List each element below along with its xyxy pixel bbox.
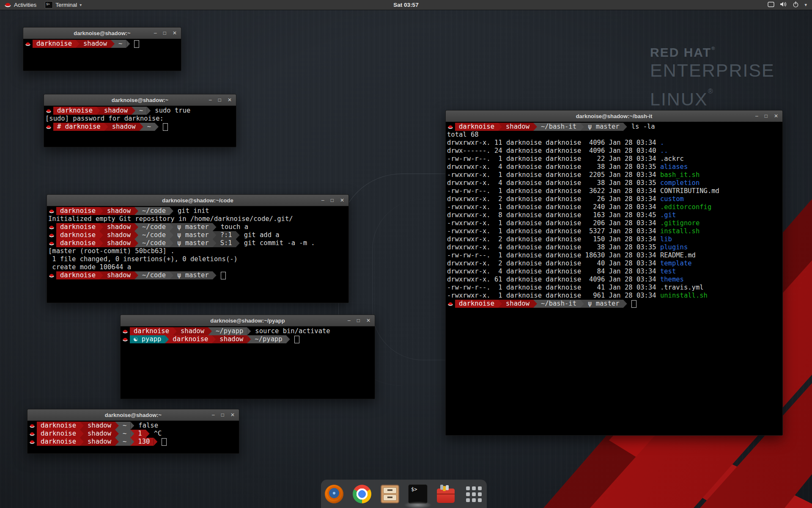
prompt-segment-host: shadow (103, 231, 134, 239)
powerline-separator (170, 239, 173, 247)
terminal-line: -rwxrwxr-x. 1 darknoise darknoise 961 Ja… (446, 292, 782, 300)
maximize-button[interactable]: □ (331, 198, 334, 203)
prompt-segment-host: shadow (80, 40, 111, 48)
prompt-segment-user: darknoise (37, 422, 80, 430)
minimize-button[interactable]: – (212, 412, 215, 417)
ls-row-meta: -rwxrwxr-x. 1 darknoise darknoise 206 Ja… (446, 219, 660, 227)
terminal-window-sudo[interactable]: darknoise@shadow:~–□✕darknoiseshadow~sud… (44, 94, 236, 147)
output-text: Initialized empty Git repository in /hom… (47, 215, 293, 223)
power-icon[interactable] (793, 1, 799, 9)
close-button[interactable]: ✕ (774, 113, 778, 119)
terminal-window-pyapp[interactable]: darknoise@shadow:~/pyapp–□✕darknoiseshad… (120, 315, 375, 399)
window-titlebar[interactable]: darknoise@shadow:~/bash-it–□✕ (446, 110, 782, 122)
terminal-window-exit-codes[interactable]: darknoise@shadow:~–□✕darknoiseshadow~fal… (27, 409, 239, 454)
terminal-content[interactable]: darknoiseshadow~sudo true[sudo] password… (44, 106, 236, 147)
terminal-window-home-1[interactable]: darknoise@shadow:~–□✕darknoiseshadow~ (23, 27, 181, 71)
ls-row-meta: drwxrwxr-x. 4 darknoise darknoise 38 Jan… (446, 179, 660, 187)
minimize-button[interactable]: – (154, 30, 157, 36)
prompt-segment-path: ~/bash-it (537, 300, 580, 308)
dock-item-chrome[interactable] (351, 483, 373, 505)
window-title: darknoise@shadow:~ (112, 97, 168, 103)
maximize-button[interactable]: □ (163, 30, 166, 36)
minimize-button[interactable]: – (209, 97, 212, 102)
activities-label: Activities (14, 2, 36, 8)
terminal-line: [sudo] password for darknoise: (44, 115, 236, 123)
window-titlebar[interactable]: darknoise@shadow:~–□✕ (27, 409, 239, 421)
powerline-separator (140, 123, 143, 131)
clock[interactable]: Sat 03:57 (389, 0, 422, 10)
prompt-segment-host: shadow (100, 107, 132, 115)
ls-row-name: template (660, 260, 692, 268)
redhat-prompt-icon (47, 271, 56, 279)
terminal-line: drwxrwxr-x. 4 darknoise darknoise 38 Jan… (446, 163, 782, 171)
terminal-line: darknoiseshadow~ (23, 40, 181, 48)
terminal-content[interactable]: darknoiseshadow~falsedarknoiseshadow~1^C… (27, 421, 239, 453)
prompt-segment-path: ~/code (138, 207, 170, 215)
close-button[interactable]: ✕ (340, 198, 344, 203)
minimize-button[interactable]: – (348, 318, 351, 323)
close-button[interactable]: ✕ (366, 318, 370, 323)
terminal-line: darknoiseshadow~1^C (27, 430, 239, 438)
close-button[interactable]: ✕ (228, 97, 232, 102)
ls-row-meta: -rwxrwxr-x. 1 darknoise darknoise 240 Ja… (446, 203, 660, 211)
chevron-down-icon[interactable]: ▾ (804, 2, 807, 8)
dock-item-toolbox[interactable] (435, 483, 456, 505)
app-grid-icon (464, 485, 483, 503)
activities-button[interactable]: Activities (0, 0, 41, 10)
terminal-line: drwxrwxr-x. 11 darknoise darknoise 4096 … (446, 139, 782, 147)
terminal-icon: $> (408, 484, 428, 504)
powerline-separator (96, 107, 100, 115)
ls-row-name: .git (660, 211, 676, 219)
redhat-prompt-icon (27, 430, 37, 438)
prompt-segment-branch: ψ master (173, 223, 213, 231)
terminal-window-code[interactable]: darknoise@shadow:~/code–□✕darknoiseshado… (47, 194, 349, 303)
prompt-segment-stat: ?:1 (217, 231, 236, 239)
powerline-separator (212, 335, 216, 343)
prompt-segment-host: shadow (177, 327, 208, 335)
powerline-separator (115, 430, 119, 438)
maximize-button[interactable]: □ (765, 113, 768, 119)
ls-row-name: .editorconfig (660, 203, 711, 211)
toolbox-icon (437, 489, 455, 503)
prompt-segment-path: ~ (115, 40, 126, 48)
window-titlebar[interactable]: darknoise@shadow:~–□✕ (23, 28, 181, 39)
minimize-button[interactable]: – (321, 198, 324, 203)
powerline-separator (580, 123, 584, 131)
terminal-content[interactable]: darknoiseshadow~/pyappsource bin/activat… (121, 326, 375, 399)
window-titlebar[interactable]: darknoise@shadow:~/code–□✕ (47, 195, 348, 206)
ls-row-meta: drwxrwxr-x. 4 darknoise darknoise 38 Jan… (446, 243, 660, 251)
dock-item-firefox[interactable] (324, 483, 345, 505)
dock-item-apps[interactable] (463, 483, 484, 505)
maximize-button[interactable]: □ (221, 412, 224, 417)
system-status-area[interactable]: ▾ (763, 0, 812, 10)
window-titlebar[interactable]: darknoise@shadow:~/pyapp–□✕ (121, 315, 375, 326)
minimize-button[interactable]: – (755, 113, 758, 119)
close-button[interactable]: ✕ (173, 30, 177, 36)
ls-row-meta: drwxrwxr-x. 11 darknoise darknoise 4096 … (446, 139, 660, 147)
ls-row-name: themes (660, 276, 684, 284)
terminal-window-bash-it[interactable]: darknoise@shadow:~/bash-it–□✕darknoisesh… (445, 110, 783, 436)
display-icon[interactable] (768, 2, 774, 8)
close-button[interactable]: ✕ (230, 412, 235, 417)
text-cursor (294, 336, 299, 343)
terminal-content[interactable]: darknoiseshadow~ (23, 39, 181, 71)
window-titlebar[interactable]: darknoise@shadow:~–□✕ (44, 94, 236, 106)
prompt-segment-path: ~/code (138, 223, 170, 231)
volume-icon[interactable] (780, 1, 787, 8)
dock-item-files[interactable] (379, 483, 401, 505)
redhat-prompt-icon (121, 335, 130, 343)
window-title: darknoise@shadow:~/pyapp (210, 318, 285, 324)
terminal-content[interactable]: darknoiseshadow~/codegit initInitialized… (47, 206, 348, 303)
maximize-button[interactable]: □ (218, 97, 221, 102)
file-manager-icon (381, 485, 399, 503)
terminal-line: darknoiseshadow~/codegit init (47, 207, 348, 215)
ls-row-name: install.sh (660, 227, 700, 235)
terminal-line: darknoiseshadow~130 (27, 438, 239, 446)
terminal-content[interactable]: darknoiseshadow~/bash-itψ masterls -lato… (446, 122, 782, 435)
ls-row-meta: drwxrwxr-x. 4 darknoise darknoise 38 Jan… (446, 163, 660, 171)
registered-mark: ® (708, 87, 713, 95)
terminal-line: drwxrwxr-x. 2 darknoise darknoise 26 Jan… (446, 195, 782, 203)
maximize-button[interactable]: □ (357, 318, 360, 323)
dock-item-terminal[interactable]: $> (407, 483, 428, 505)
terminal-app-menu[interactable]: $> Terminal ▾ (41, 0, 86, 10)
